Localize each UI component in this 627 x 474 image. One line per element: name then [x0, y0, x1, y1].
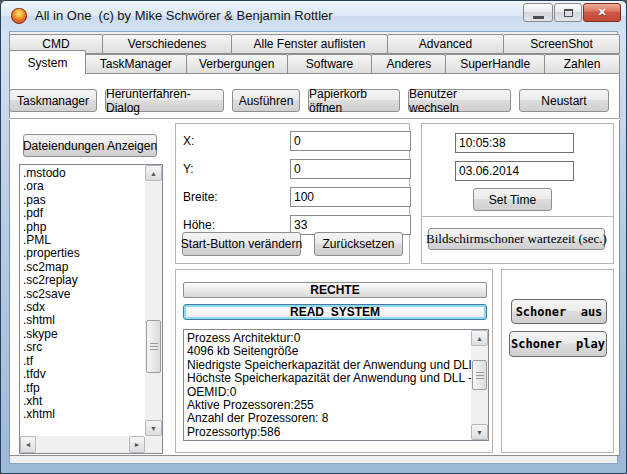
- vertical-scrollbar[interactable]: ▲ ▼: [145, 165, 162, 436]
- maximize-icon: [564, 9, 573, 17]
- geometry-row: X:: [183, 131, 403, 151]
- app-crest-icon: [11, 8, 27, 24]
- extension-item[interactable]: .src: [23, 341, 145, 354]
- system-info-line: Aktive Prozessoren:255: [187, 399, 488, 412]
- close-icon: ✕: [597, 6, 606, 19]
- startbutton-geometry-group: X: Y: Breite: Höhe: Start-Button verände…: [175, 123, 410, 264]
- show-extensions-button[interactable]: Dateiendungen Anzeigen: [23, 134, 157, 157]
- tab-item[interactable]: Zahlen: [544, 54, 620, 74]
- extension-item[interactable]: .PML: [23, 234, 145, 247]
- tab-item[interactable]: Verschiedenes: [102, 34, 232, 54]
- system-info-line: Anzahl der Prozessoren: 8: [187, 412, 488, 425]
- tab-item[interactable]: TaskManager: [85, 54, 187, 74]
- separator: [422, 216, 613, 217]
- toolbar-button[interactable]: Ausführen: [232, 89, 300, 112]
- minimize-icon: [533, 16, 544, 19]
- geometry-row: Breite:: [183, 187, 403, 207]
- separator: [9, 118, 620, 120]
- tab-item[interactable]: Anderes: [371, 54, 446, 74]
- reset-button[interactable]: Zurücksetzen: [314, 232, 403, 256]
- extensions-list: .mstodo.ora.pas.pdf.php.PML.properties.s…: [20, 167, 145, 422]
- extension-item[interactable]: .pas: [23, 194, 145, 207]
- tab-item[interactable]: Verbergungen: [186, 54, 288, 74]
- extension-item[interactable]: .tfp: [23, 382, 145, 395]
- extension-item[interactable]: .sdx: [23, 301, 145, 314]
- scrollbar-corner: [145, 436, 162, 453]
- toolbar-button[interactable]: Herunterfahren-Dialog: [105, 89, 224, 112]
- toolbar-button[interactable]: Taskmanager: [9, 89, 97, 112]
- window-title: All in One (c) by Mike Schwörer & Benjam…: [35, 1, 333, 31]
- extension-item[interactable]: .skype: [23, 328, 145, 341]
- system-info-line: 64kb Virtueller Speicher: [187, 439, 488, 441]
- system-info-line: 4096 kb Seitengröße: [187, 345, 488, 358]
- scroll-right-icon[interactable]: ►: [129, 436, 145, 453]
- system-info-lines: Prozess Architektur:04096 kb Seitengröße…: [187, 332, 488, 441]
- tab-item[interactable]: Software: [287, 54, 373, 74]
- tab-item[interactable]: Alle Fenster auflisten: [231, 34, 388, 54]
- tab-item[interactable]: System: [9, 50, 86, 74]
- minimize-button[interactable]: [523, 3, 553, 22]
- tab-row-2: SystemTaskManagerVerbergungenSoftwareAnd…: [9, 54, 620, 74]
- scroll-up-icon[interactable]: ▲: [145, 165, 162, 181]
- extension-item[interactable]: .mstodo: [23, 167, 145, 180]
- extension-item[interactable]: .ora: [23, 180, 145, 193]
- tab-row-1: CMDVerschiedenesAlle Fenster auflistenAd…: [9, 34, 620, 54]
- extension-item[interactable]: .xhtml: [23, 408, 145, 421]
- toolbar-button[interactable]: Benutzer wechseln: [408, 89, 511, 112]
- rights-button[interactable]: RECHTE: [183, 282, 487, 298]
- extension-item[interactable]: .sc2save: [23, 288, 145, 301]
- extension-item[interactable]: .xht: [23, 395, 145, 408]
- extension-item[interactable]: .tfdv: [23, 368, 145, 381]
- toolbar: TaskmanagerHerunterfahren-DialogAusführe…: [9, 89, 620, 112]
- scroll-up-icon[interactable]: ▲: [471, 330, 488, 346]
- close-button[interactable]: ✕: [583, 3, 621, 22]
- screensaver-wait-button[interactable]: Bildschirmschoner wartezeit (sec.): [428, 228, 605, 250]
- scrollbar-grip-icon: [150, 343, 158, 350]
- system-info-line: Prozess Architektur:0: [187, 332, 488, 345]
- toolbar-button[interactable]: Neustart: [519, 89, 609, 112]
- geometry-row: Y:: [183, 159, 403, 179]
- scroll-down-icon[interactable]: ▼: [471, 424, 488, 440]
- geometry-label: X:: [183, 134, 194, 148]
- screensaver-group: Schoner aus Schoner play: [501, 269, 614, 453]
- extension-item[interactable]: .shtml: [23, 314, 145, 327]
- toolbar-button[interactable]: Papierkorb öffnen: [308, 89, 400, 112]
- caption-buttons: ✕: [523, 3, 621, 22]
- extension-item[interactable]: .tf: [23, 355, 145, 368]
- tab-item[interactable]: Advanced: [387, 34, 504, 54]
- tab-item[interactable]: SuperHandle: [445, 54, 545, 74]
- horizontal-scrollbar[interactable]: ◄ ►: [20, 436, 145, 453]
- system-info-textarea[interactable]: Prozess Architektur:04096 kb Seitengröße…: [183, 329, 489, 441]
- tab-item[interactable]: ScreenShot: [503, 34, 620, 54]
- geometry-input[interactable]: [290, 131, 411, 151]
- system-info-line: Prozessortyp:586: [187, 426, 488, 439]
- scroll-left-icon[interactable]: ◄: [20, 436, 36, 453]
- scrollbar-thumb[interactable]: [146, 320, 161, 373]
- set-time-button[interactable]: Set Time: [473, 188, 552, 211]
- read-system-button[interactable]: READ SYSTEM: [183, 304, 487, 320]
- scroll-down-icon[interactable]: ▼: [145, 420, 162, 436]
- app-window: All in One (c) by Mike Schwörer & Benjam…: [0, 0, 627, 474]
- change-startbutton-button[interactable]: Start-Button verändern: [182, 232, 301, 256]
- screensaver-off-button[interactable]: Schoner aus: [511, 299, 607, 324]
- time-input[interactable]: [455, 133, 574, 153]
- extension-item[interactable]: .properties: [23, 247, 145, 260]
- date-input[interactable]: [455, 161, 574, 181]
- scrollbar-thumb[interactable]: [472, 360, 487, 390]
- titlebar[interactable]: All in One (c) by Mike Schwörer & Benjam…: [1, 1, 626, 31]
- extension-item[interactable]: .pdf: [23, 207, 145, 220]
- system-info-line: Niedrigste Speicherkapazität der Anwendu…: [187, 359, 488, 372]
- extension-item[interactable]: .php: [23, 221, 145, 234]
- extensions-listbox[interactable]: .mstodo.ora.pas.pdf.php.PML.properties.s…: [19, 164, 163, 454]
- geometry-input[interactable]: [290, 187, 411, 207]
- extension-item[interactable]: .sc2replay: [23, 274, 145, 287]
- geometry-label: Y:: [183, 162, 194, 176]
- maximize-button[interactable]: [554, 3, 582, 22]
- geometry-label: Breite:: [183, 190, 218, 204]
- extension-item[interactable]: .sc2map: [23, 261, 145, 274]
- vertical-scrollbar[interactable]: ▲ ▼: [471, 330, 488, 440]
- screensaver-play-button[interactable]: Schoner play: [509, 331, 607, 357]
- geometry-input[interactable]: [290, 159, 411, 179]
- system-info-line: OEMID:0: [187, 386, 488, 399]
- system-info-group: RECHTE READ SYSTEM Prozess Architektur:0…: [175, 269, 493, 453]
